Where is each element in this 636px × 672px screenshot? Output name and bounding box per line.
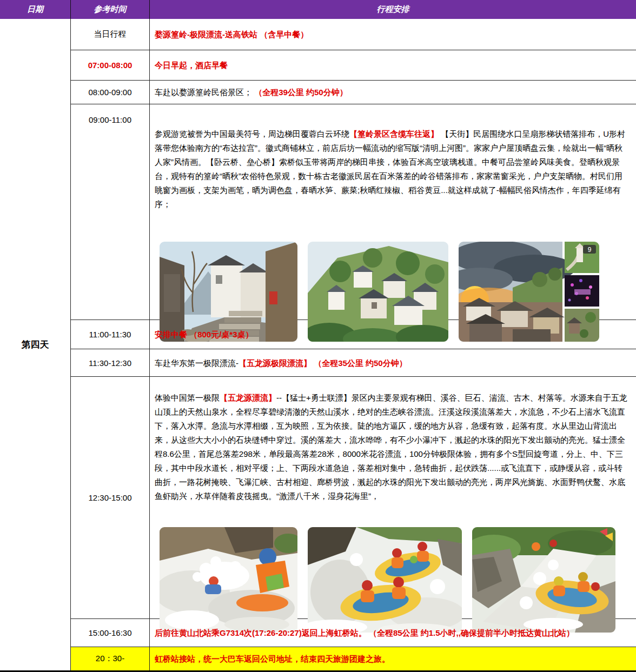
photo-count-badge: 9 (588, 246, 592, 254)
table-row: 11:00-11:30 安排中餐 （800元/桌*3桌） (71, 320, 636, 349)
paragraph-highlight: 【五龙源漂流】 (220, 393, 276, 402)
schedule-text: 婺源篁岭-极限漂流-送高铁站 （含早中餐） (155, 28, 631, 41)
paragraph-segment: 体验中国第一极限 (155, 393, 220, 402)
header-date: 日期 (0, 0, 71, 19)
paragraph-highlight: 【篁岭景区含缆车往返】 (349, 129, 439, 138)
paragraph-segment: 参观游览被誉为中国最美符号，周边梯田覆蓉白云环绕 (155, 129, 349, 138)
table-row: 当日行程 婺源篁岭-极限漂流-送高铁站 （含早中餐） (71, 19, 636, 50)
time-cell: 20：30- (71, 647, 150, 670)
paragraph-segment: 【天街】民居围绕水口呈扇形梯状错落排布，U形村落带您体验南方的“布达拉宫”。徽式… (155, 129, 625, 209)
time-cell: 08:00-09:00 (71, 81, 150, 104)
schedule-paragraph: 体验中国第一极限【五龙源漂流】--【猛士+勇士联漂】景区内主要景观有梯田、溪谷、… (155, 391, 631, 503)
header-time: 参考时间 (71, 0, 150, 19)
schedule-text: 车赴以婺源篁岭民俗景区； （全程39公里 约50分钟） (155, 86, 631, 98)
schedule-text: 今日早起，酒店早餐 (155, 59, 631, 71)
table-row: 08:00-09:00 车赴以婺源篁岭民俗景区； （全程39公里 约50分钟） (71, 81, 636, 104)
photo-rafting-splash (160, 527, 297, 633)
table-header: 日期 参考时间 行程安排 (0, 0, 636, 19)
schedule-text: 虹桥站接站，统一大巴车返回公司地址，结束四天旅游团建之旅。 (155, 653, 631, 665)
header-schedule: 行程安排 (150, 0, 636, 19)
schedule-paragraph: 参观游览被誉为中国最美符号，周边梯田覆蓉白云环绕【篁岭景区含缆车往返】 【天街】… (155, 127, 631, 211)
schedule-text: 后前往黄山北站乘G7314次(17:26-20:27)返回上海虹桥站。 （全程8… (155, 627, 631, 639)
table-row: 09:00-11:00 参观游览被誉为中国最美符号，周边梯田覆蓉白云环绕【篁岭景… (71, 104, 636, 320)
schedule-text: 安排中餐 （800元/桌*3桌） (155, 328, 631, 341)
time-cell: 15:00-16:30 (71, 619, 150, 647)
schedule-text-plain: 车赴华东第一极限漂流- (155, 358, 239, 368)
table-row: 07:00-08:00 今日早起，酒店早餐 (71, 50, 636, 81)
table-row: 11:30-12:30 车赴华东第一极限漂流-【五龙源极限漂流】 （全程35公里… (71, 349, 636, 377)
time-cell: 11:30-12:30 (71, 349, 150, 376)
time-cell: 当日行程 (71, 19, 150, 50)
photo-rafting-two-rafts: < (308, 527, 462, 633)
day-cell: 第四天 (0, 19, 71, 670)
photo-rafting-stream (472, 527, 615, 633)
schedule-text-highlight: （全程39公里 约50分钟） (254, 88, 348, 97)
time-cell: 11:00-11:30 (71, 320, 150, 349)
table-row: 12:30-15:00 体验中国第一极限【五龙源漂流】--【猛士+勇士联漂】景区… (71, 377, 636, 619)
table-row: 20：30- 虹桥站接站，统一大巴车返回公司地址，结束四天旅游团建之旅。 (71, 647, 636, 670)
schedule-text: 车赴华东第一极限漂流-【五龙源极限漂流】 （全程35公里 约50分钟） (155, 357, 631, 369)
schedule-text-plain: 车赴以婺源篁岭民俗景区； (155, 88, 254, 97)
time-cell: 09:00-11:00 (71, 104, 150, 320)
time-cell: 12:30-15:00 (71, 377, 150, 618)
time-cell: 07:00-08:00 (71, 50, 150, 80)
table-row: 15:00-16:30 后前往黄山北站乘G7314次(17:26-20:27)返… (71, 619, 636, 647)
schedule-text-highlight: 【五龙源极限漂流】 （全程35公里 约50分钟） (239, 358, 407, 368)
itinerary-table: 日期 参考时间 行程安排 第四天 当日行程 婺源篁岭-极限漂流-送高铁站 （含早… (0, 0, 636, 672)
rafting-photo-strip: < (160, 527, 631, 633)
paragraph-segment: --【猛士+勇士联漂】景区内主要景观有梯田、溪谷、巨石、湍流、古木、村落等。水源… (155, 393, 627, 501)
